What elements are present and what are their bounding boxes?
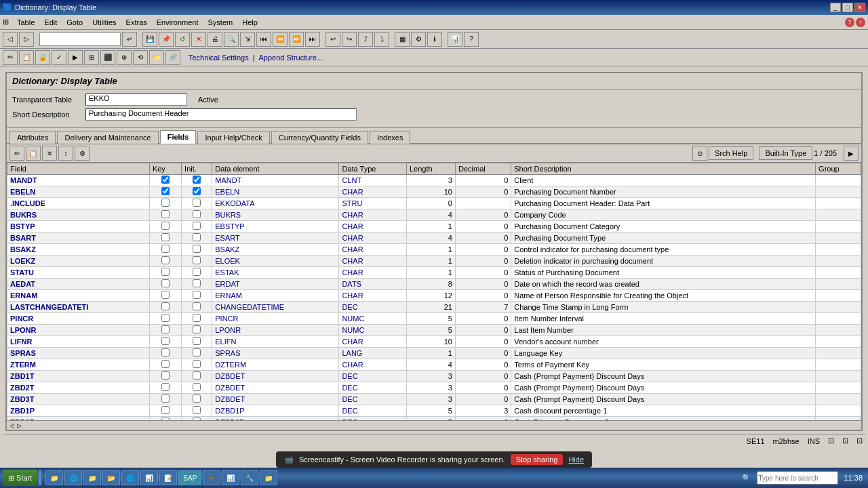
cell-key[interactable] [149, 198, 181, 209]
hide-button[interactable]: Hide [568, 455, 584, 464]
cell-field[interactable]: LIFNR [7, 336, 150, 348]
cell-data-elem[interactable]: BUKRS [212, 209, 339, 221]
cell-data-type[interactable]: DEC [339, 405, 407, 417]
close-button[interactable]: ✕ [854, 3, 865, 12]
taskbar-app-10[interactable]: 🔧 [241, 470, 258, 485]
cell-data-type[interactable]: DATS [339, 279, 407, 290]
cell-data-type[interactable]: CHAR [339, 267, 407, 279]
taskbar-app-9[interactable]: 📊 [222, 470, 239, 485]
cell-field[interactable]: AEDAT [7, 279, 150, 290]
tab-indexes[interactable]: Indexes [370, 131, 411, 144]
cell-field[interactable]: .INCLUDE [7, 198, 150, 209]
stop-sharing-button[interactable]: Stop sharing [511, 454, 564, 465]
cell-init[interactable] [182, 256, 212, 267]
cell-init[interactable] [182, 382, 212, 394]
copy-icon[interactable]: 📋 [19, 50, 34, 65]
cell-field[interactable]: ERNAM [7, 290, 150, 302]
cell-data-type[interactable]: DEC [339, 382, 407, 394]
cell-data-type[interactable]: CHAR [339, 209, 407, 221]
next-page-icon[interactable]: ⏩ [289, 32, 304, 47]
cell-data-elem[interactable]: EKKODATA [212, 198, 339, 209]
shortcut-icon[interactable]: 📌 [159, 32, 174, 47]
table-config-icon[interactable]: ⚙ [75, 146, 90, 161]
edit-icon[interactable]: ✏ [3, 50, 18, 65]
cell-data-elem[interactable]: SPRAS [212, 348, 339, 359]
cell-data-elem[interactable]: DZBDET [212, 371, 339, 382]
cell-data-type[interactable]: NUMC [339, 313, 407, 325]
taskbar-app-4[interactable]: 📂 [102, 470, 120, 485]
cell-data-type[interactable]: CHAR [339, 359, 407, 371]
cell-data-type[interactable]: DEC [339, 302, 407, 313]
print-icon[interactable]: 🖨 [208, 32, 222, 47]
cell-data-type[interactable]: CHAR [339, 232, 407, 244]
stop-icon[interactable]: ✕ [191, 32, 206, 47]
cell-key[interactable] [149, 290, 181, 302]
cell-key[interactable] [149, 267, 181, 279]
cell-data-elem[interactable]: BSAKZ [212, 244, 339, 256]
cell-data-type[interactable]: CHAR [339, 336, 407, 348]
taskbar-app-2[interactable]: 🌐 [64, 470, 82, 485]
cell-key[interactable] [149, 186, 181, 198]
table-move-icon[interactable]: ↕ [58, 146, 73, 161]
cell-data-elem[interactable]: ELOEK [212, 256, 339, 267]
nav1-icon[interactable]: ↩ [326, 32, 340, 47]
cell-field[interactable]: BSAKZ [7, 244, 150, 256]
table-delete-icon[interactable]: ✕ [42, 146, 57, 161]
cell-data-type[interactable]: CHAR [339, 256, 407, 267]
builtin-type-button[interactable]: Built-In Type [759, 146, 812, 160]
tab-attributes[interactable]: Attributes [9, 131, 56, 144]
where-used-icon[interactable]: 🔗 [165, 50, 180, 65]
tab-delivery[interactable]: Delivery and Maintenance [57, 131, 158, 144]
cell-key[interactable] [149, 302, 181, 313]
cell-key[interactable] [149, 325, 181, 336]
cell-data-elem[interactable]: DZTERM [212, 359, 339, 371]
table-icon[interactable]: ⊞ [84, 50, 99, 65]
cell-field[interactable]: BUKRS [7, 209, 150, 221]
taskbar-app-6[interactable]: 📊 [140, 470, 158, 485]
layout-icon[interactable]: ▦ [395, 32, 410, 47]
prev-page-icon[interactable]: ⏪ [273, 32, 288, 47]
cell-data-type[interactable]: DEC [339, 371, 407, 382]
cell-data-type[interactable]: CHAR [339, 186, 407, 198]
cell-data-elem[interactable]: ESART [212, 232, 339, 244]
cell-data-elem[interactable]: ELIFN [212, 336, 339, 348]
scroll-right-icon[interactable]: ▶ [844, 146, 859, 161]
data-table-scroll[interactable]: Field Key Init. Data element Data Type L… [7, 163, 861, 420]
cell-init[interactable] [182, 232, 212, 244]
cell-init[interactable] [182, 405, 212, 417]
cell-field[interactable]: LASTCHANGEDATETI [7, 302, 150, 313]
cell-data-type[interactable]: CHAR [339, 290, 407, 302]
cell-data-elem[interactable]: DZBDET [212, 394, 339, 405]
cell-field[interactable]: PINCR [7, 313, 150, 325]
help2-icon[interactable]: ? [464, 32, 479, 47]
cell-init[interactable] [182, 313, 212, 325]
table-copy-icon[interactable]: 📋 [26, 146, 41, 161]
append-icon[interactable]: ⊕ [117, 50, 132, 65]
object-browser-icon[interactable]: 📁 [149, 50, 164, 65]
cell-init[interactable] [182, 175, 212, 186]
taskbar-app-11[interactable]: 📁 [260, 470, 277, 485]
cell-init[interactable] [182, 325, 212, 336]
tab-fields[interactable]: Fields [160, 130, 197, 144]
cell-field[interactable]: LPONR [7, 325, 150, 336]
table-filter-icon[interactable]: ⊙ [692, 146, 707, 161]
taskbar-app-sap[interactable]: SAP [178, 470, 201, 485]
cell-key[interactable] [149, 232, 181, 244]
cell-init[interactable] [182, 209, 212, 221]
nav4-icon[interactable]: ⤵ [374, 32, 389, 47]
menu-edit[interactable]: Edit [40, 17, 61, 28]
cell-key[interactable] [149, 175, 181, 186]
cell-field[interactable]: BSTYP [7, 221, 150, 232]
horizontal-scrollbar[interactable]: ◁ ▷ [7, 420, 861, 430]
cell-field[interactable]: ZBD1T [7, 371, 150, 382]
find-icon[interactable]: 🔍 [224, 32, 239, 47]
cell-data-elem[interactable]: DZBD1P [212, 405, 339, 417]
cell-data-elem[interactable]: LPONR [212, 325, 339, 336]
nav3-icon[interactable]: ⤴ [358, 32, 373, 47]
info-icon[interactable]: ℹ [427, 32, 442, 47]
cell-key[interactable] [149, 221, 181, 232]
cell-init[interactable] [182, 336, 212, 348]
cell-data-elem[interactable]: CHANGEDATETIME [212, 302, 339, 313]
cell-data-elem[interactable]: MANDT [212, 175, 339, 186]
cell-data-type[interactable]: CHAR [339, 221, 407, 232]
